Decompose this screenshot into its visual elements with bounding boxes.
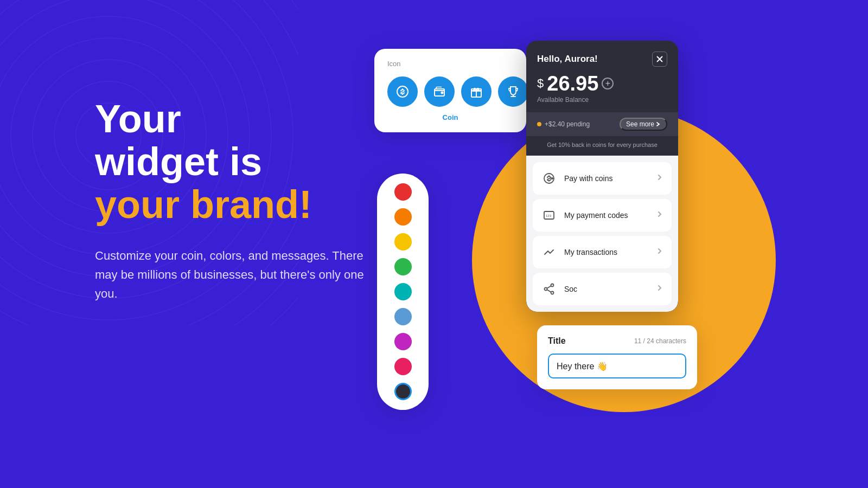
pay-icon-wrap (540, 170, 558, 187)
widget-balance-row: $ 26.95 + (537, 73, 667, 94)
svg-line-31 (547, 286, 551, 288)
gift-icon (469, 84, 484, 99)
chevron-icon (655, 210, 664, 221)
chevron-icon (655, 173, 664, 184)
menu-item-transactions[interactable]: My transactions (533, 236, 672, 268)
balance-label: Available Balance (537, 96, 667, 104)
transactions-icon-wrap (540, 243, 558, 261)
left-section: Your widget is your brand! Customize you… (95, 98, 382, 303)
icon-card-label: Icon (387, 60, 513, 68)
add-funds-button[interactable]: + (602, 78, 614, 89)
menu-item-pay-label: Pay with coins (564, 174, 612, 183)
menu-item-transactions-label: My transactions (564, 248, 617, 256)
chevron-icon (655, 247, 664, 258)
see-more-button[interactable]: See more (620, 118, 667, 131)
subtext: Customize your coin, colors, and message… (95, 246, 382, 304)
headline-line1: Your (95, 98, 382, 140)
headline-orange: your brand! (95, 183, 382, 226)
icon-option-wallet[interactable] (424, 76, 455, 107)
chevron-icon (655, 284, 664, 294)
icon-row (387, 76, 513, 107)
color-option-orange[interactable] (394, 208, 412, 226)
title-counter: 11 / 24 characters (634, 337, 686, 345)
svg-point-28 (551, 284, 554, 287)
color-option-yellow[interactable] (394, 233, 412, 251)
svg-text:123: 123 (546, 214, 552, 217)
title-card-header: Title 11 / 24 characters (548, 336, 686, 346)
widget-close-button[interactable] (652, 52, 667, 67)
color-option-green[interactable] (394, 258, 412, 275)
widget-greeting: Hello, Aurora! (537, 54, 598, 65)
svg-point-18 (442, 92, 443, 94)
social-icon (542, 282, 556, 296)
widget-panel: Hello, Aurora! $ 26.95 + Available Balan… (526, 41, 678, 312)
pending-dot (537, 122, 541, 126)
trophy-icon (506, 84, 521, 99)
icon-selected-label: Coin (387, 113, 513, 121)
menu-item-social-label: Soc (564, 285, 577, 293)
title-input[interactable] (548, 354, 686, 378)
color-picker-panel (377, 174, 429, 410)
menu-section: Pay with coins 123 My payment codes (526, 156, 678, 312)
icon-option-coin[interactable] (387, 76, 418, 107)
icon-option-trophy[interactable] (498, 76, 528, 107)
icon-card: Icon (374, 49, 526, 132)
color-option-dark-selected[interactable] (394, 383, 412, 400)
pending-bar: +$2.40 pending See more (526, 112, 678, 136)
color-option-red[interactable] (394, 183, 412, 201)
svg-point-30 (551, 292, 554, 294)
menu-item-pay[interactable]: Pay with coins (533, 162, 672, 195)
widget-title-row: Hello, Aurora! (537, 52, 667, 67)
payment-codes-icon: 123 (542, 209, 556, 222)
balance-amount: 26.95 (547, 73, 598, 94)
codes-icon-wrap: 123 (540, 207, 558, 224)
menu-item-codes[interactable]: 123 My payment codes (533, 199, 672, 232)
close-icon (656, 55, 663, 63)
menu-item-social[interactable]: Soc (533, 273, 672, 305)
menu-item-codes-label: My payment codes (564, 211, 628, 220)
dollar-sign: $ (537, 76, 544, 91)
icon-option-gift[interactable] (461, 76, 492, 107)
wallet-icon (432, 84, 447, 99)
coins-promo: Get 10% back in coins for every purchase (526, 136, 678, 156)
color-option-light-blue[interactable] (394, 308, 412, 325)
svg-point-29 (545, 288, 547, 291)
title-card: Title 11 / 24 characters (537, 325, 697, 389)
coin-icon (395, 84, 410, 99)
svg-line-32 (547, 290, 551, 292)
chevron-right-icon (655, 121, 661, 127)
headline-line2: widget is (95, 140, 382, 183)
color-option-pink[interactable] (394, 358, 412, 375)
social-icon-wrap (540, 280, 558, 298)
widget-header: Hello, Aurora! $ 26.95 + Available Balan… (526, 41, 678, 112)
color-option-purple[interactable] (394, 333, 412, 350)
color-option-teal[interactable] (394, 283, 412, 300)
title-label: Title (548, 336, 566, 346)
pending-text: +$2.40 pending (537, 120, 590, 128)
pay-with-coins-icon (542, 172, 556, 185)
transactions-icon (542, 246, 556, 259)
